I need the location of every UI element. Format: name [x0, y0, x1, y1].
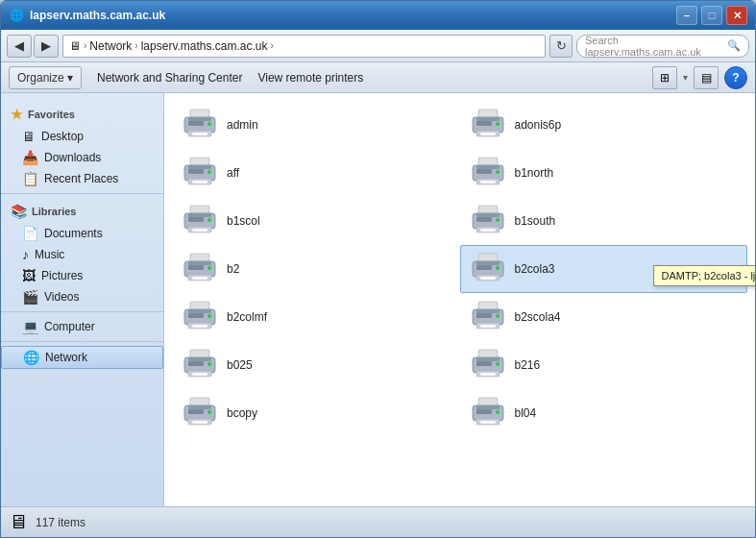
svg-rect-86 [188, 405, 211, 409]
sidebar-item-documents[interactable]: 📄 Documents [1, 223, 163, 244]
svg-point-61 [207, 314, 211, 318]
svg-rect-2 [188, 117, 211, 121]
svg-rect-81 [480, 373, 496, 376]
breadcrumb: 🖥 › Network › lapserv.maths.cam.ac.uk › [69, 39, 274, 53]
file-item[interactable]: b216 [460, 341, 748, 389]
forward-button[interactable]: ▶ [34, 35, 59, 58]
svg-rect-41 [476, 217, 492, 222]
svg-rect-60 [192, 325, 207, 328]
file-item[interactable]: admin [172, 101, 460, 149]
search-box[interactable]: Search lapserv.maths.cam.ac.uk 🔍 [576, 35, 749, 58]
organize-button[interactable]: Organize ▾ [9, 66, 82, 89]
file-item[interactable]: b2cola3DAMTP; b2cola3 - lj5550 duplex, A… [460, 245, 748, 293]
content-area: admin adonis6p aff [164, 93, 755, 506]
svg-rect-13 [476, 121, 492, 126]
downloads-icon: 📥 [22, 150, 38, 165]
svg-rect-76 [188, 361, 204, 366]
computer-icon: 💻 [22, 319, 38, 334]
network-sharing-center-link[interactable]: Network and Sharing Center [97, 67, 242, 88]
svg-rect-4 [192, 133, 207, 135]
favorites-header[interactable]: ★ Favorites [1, 101, 163, 126]
minimize-button[interactable]: – [676, 6, 697, 25]
svg-point-12 [496, 122, 500, 126]
sidebar-item-recent-places[interactable]: 📋 Recent Places [1, 168, 163, 189]
sidebar-item-network[interactable]: 🌐 Network [1, 346, 163, 369]
sidebar-item-videos[interactable]: 🎬 Videos [1, 286, 163, 307]
title-bar-text: lapserv.maths.cam.ac.uk [30, 9, 676, 22]
view-dropdown-arrow[interactable]: ▾ [683, 72, 688, 83]
title-bar: 🌐 lapserv.maths.cam.ac.uk – □ ✕ [1, 1, 755, 30]
sidebar-divider-2 [1, 311, 163, 312]
pictures-label: Pictures [41, 269, 83, 282]
svg-rect-23 [476, 165, 500, 169]
file-item[interactable]: b025 [172, 341, 460, 389]
desktop-icon: 🖥 [22, 129, 36, 144]
file-label: b2 [227, 262, 239, 276]
file-item[interactable]: b2scola4 [460, 293, 748, 341]
pictures-icon: 🖼 [22, 268, 36, 283]
nav-buttons: ◀ ▶ [7, 35, 59, 58]
svg-point-5 [207, 122, 211, 126]
file-item[interactable]: bcopy [172, 389, 460, 437]
refresh-button[interactable]: ↻ [549, 35, 573, 58]
file-item[interactable]: b1south [460, 197, 748, 245]
file-item[interactable]: adonis6p [460, 101, 748, 149]
file-label: aff [227, 166, 239, 180]
svg-rect-58 [188, 309, 211, 313]
svg-rect-18 [192, 181, 207, 183]
documents-label: Documents [44, 227, 103, 240]
sidebar-item-music[interactable]: ♪ Music [1, 244, 163, 265]
file-item[interactable]: b1scol [172, 197, 460, 245]
svg-rect-27 [476, 169, 492, 174]
view-icon-button[interactable]: ⊞ [652, 66, 677, 89]
svg-point-26 [496, 170, 500, 174]
printer-icon [469, 396, 507, 430]
svg-point-89 [207, 410, 211, 414]
svg-rect-32 [192, 229, 207, 232]
toolbar-right: ⊞ ▾ ▤ ? [652, 66, 747, 89]
music-label: Music [35, 248, 64, 261]
file-item[interactable]: aff [172, 149, 460, 197]
panel-button[interactable]: ▤ [694, 66, 719, 89]
svg-point-47 [207, 266, 211, 270]
breadcrumb-network: Network [89, 39, 132, 53]
svg-point-68 [496, 314, 500, 318]
printer-icon [181, 108, 219, 142]
svg-rect-30 [188, 213, 211, 217]
libraries-header[interactable]: 📚 Libraries [1, 198, 163, 223]
documents-icon: 📄 [22, 226, 38, 241]
svg-point-19 [207, 170, 211, 174]
file-label: bl04 [515, 406, 537, 420]
svg-rect-53 [480, 277, 496, 280]
sidebar-item-downloads[interactable]: 📥 Downloads [1, 147, 163, 168]
back-button[interactable]: ◀ [7, 35, 32, 58]
title-bar-icon: 🌐 [9, 8, 24, 23]
sidebar-item-computer[interactable]: 💻 Computer [1, 316, 163, 337]
printer-icon [181, 252, 219, 286]
breadcrumb-server: lapserv.maths.cam.ac.uk [141, 39, 268, 53]
search-placeholder: Search lapserv.maths.cam.ac.uk [585, 35, 723, 58]
help-button[interactable]: ? [724, 66, 747, 89]
svg-rect-62 [188, 313, 204, 318]
file-label: b2colmf [227, 310, 267, 324]
sidebar-item-pictures[interactable]: 🖼 Pictures [1, 265, 163, 286]
file-item[interactable]: b2 [172, 245, 460, 293]
network-label: Network [45, 351, 87, 364]
file-item[interactable]: bl04 [460, 389, 748, 437]
sidebar-item-desktop[interactable]: 🖥 Desktop [1, 126, 163, 147]
restore-button[interactable]: □ [701, 6, 722, 25]
close-button[interactable]: ✕ [726, 6, 747, 25]
desktop-label: Desktop [41, 130, 84, 143]
file-item[interactable]: b2colmf [172, 293, 460, 341]
file-grid: admin adonis6p aff [164, 93, 755, 506]
file-item[interactable]: b1north [460, 149, 748, 197]
printer-icon [469, 300, 507, 334]
libraries-label: Libraries [32, 206, 76, 217]
svg-rect-16 [188, 165, 211, 169]
view-remote-printers-link[interactable]: View remote printers [257, 67, 363, 88]
svg-rect-37 [476, 213, 500, 217]
file-label: adonis6p [515, 118, 562, 132]
address-bar-row: ◀ ▶ 🖥 › Network › lapserv.maths.cam.ac.u… [1, 30, 755, 62]
svg-rect-65 [476, 309, 500, 313]
address-box[interactable]: 🖥 › Network › lapserv.maths.cam.ac.uk › [62, 35, 546, 58]
